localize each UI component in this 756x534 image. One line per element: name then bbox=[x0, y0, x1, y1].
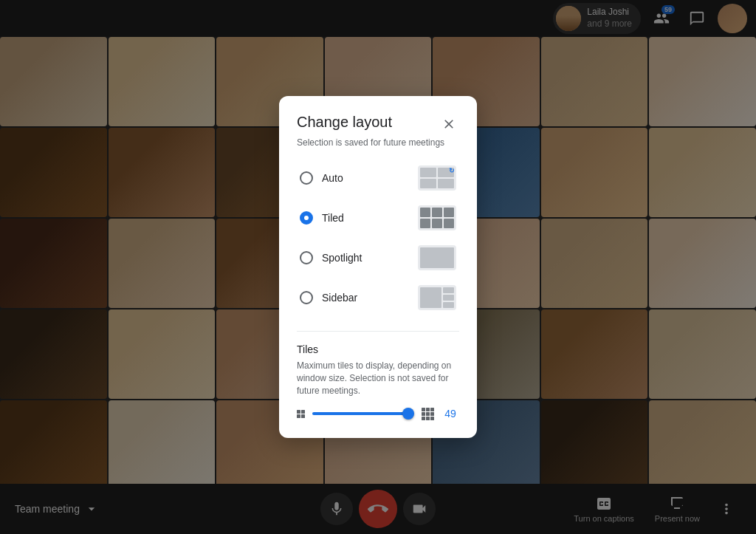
layout-options: Auto ↻ Tiled bbox=[297, 160, 459, 316]
layout-preview-sidebar bbox=[418, 285, 456, 310]
radio-auto bbox=[300, 171, 313, 185]
tiles-slider-row: 49 bbox=[297, 408, 459, 420]
radio-tiled bbox=[300, 211, 313, 225]
layout-preview-tiled bbox=[418, 205, 456, 230]
layout-option-tiled[interactable]: Tiled bbox=[297, 199, 459, 236]
layout-preview-auto: ↻ bbox=[418, 165, 456, 191]
close-button[interactable] bbox=[439, 114, 459, 134]
tiles-title: Tiles bbox=[297, 343, 459, 355]
close-icon bbox=[441, 117, 456, 131]
layout-label-tiled: Tiled bbox=[322, 212, 344, 224]
dialog-subtitle: Selection is saved for future meetings bbox=[297, 137, 459, 148]
layout-option-sidebar[interactable]: Sidebar bbox=[297, 279, 459, 316]
grid-large-icon bbox=[422, 408, 434, 420]
modal-overlay: Change layout Selection is saved for fut… bbox=[0, 0, 756, 534]
tiles-slider[interactable] bbox=[312, 412, 414, 415]
layout-label-auto: Auto bbox=[322, 172, 343, 184]
tiles-value: 49 bbox=[441, 408, 459, 420]
radio-sidebar bbox=[300, 291, 313, 304]
grid-small-icon bbox=[297, 410, 305, 418]
layout-label-sidebar: Sidebar bbox=[322, 292, 357, 304]
dialog-header: Change layout bbox=[297, 114, 459, 134]
tiles-description: Maximum tiles to display, depending on w… bbox=[297, 360, 459, 397]
layout-label-spotlight: Spotlight bbox=[322, 252, 362, 264]
radio-spotlight bbox=[300, 251, 313, 264]
layout-option-spotlight[interactable]: Spotlight bbox=[297, 239, 459, 276]
layout-option-auto[interactable]: Auto ↻ bbox=[297, 160, 459, 196]
tiles-section: Tiles Maximum tiles to display, dependin… bbox=[297, 331, 459, 420]
layout-preview-spotlight bbox=[418, 245, 456, 270]
dialog-title: Change layout bbox=[297, 114, 392, 131]
change-layout-dialog: Change layout Selection is saved for fut… bbox=[279, 96, 477, 437]
